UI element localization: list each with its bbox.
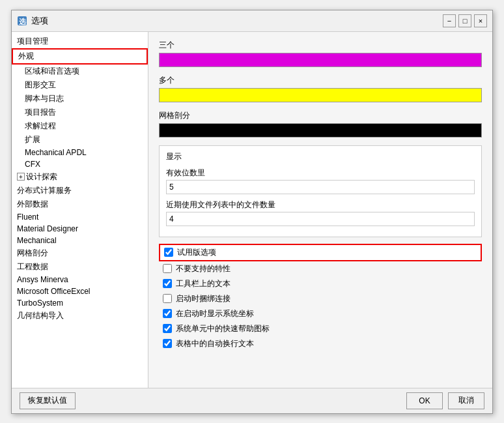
- sidebar-item-turbosystem[interactable]: TurboSystem: [12, 297, 148, 309]
- checkbox-label-1: 试用版选项: [177, 247, 216, 258]
- field-group-2: 近期使用文件列表中的文件数量: [166, 199, 475, 226]
- app-icon: 选: [17, 16, 27, 26]
- checkbox-5[interactable]: [163, 309, 172, 318]
- field-group-1: 有效位数里: [166, 168, 475, 194]
- sidebar-item-solve-process[interactable]: 求解过程: [12, 119, 148, 133]
- checkbox-item-7[interactable]: 表格中的自动换行文本: [159, 336, 482, 351]
- color-label-2: 多个: [159, 75, 482, 86]
- field-label-1: 有效位数里: [166, 168, 475, 179]
- checkbox-4[interactable]: [163, 294, 172, 303]
- footer-left: 恢复默认值: [20, 392, 76, 409]
- field-input-1[interactable]: [166, 180, 475, 194]
- title-bar: 选 选项 − □ ×: [12, 10, 492, 32]
- cancel-button[interactable]: 取消: [448, 392, 484, 409]
- checkbox-item-5[interactable]: 在启动时显示系统坐标: [159, 306, 482, 321]
- checkbox-item-4[interactable]: 启动时捆绑连接: [159, 291, 482, 306]
- field-label-2: 近期使用文件列表中的文件数量: [166, 199, 475, 211]
- color-label-3: 网格剖分: [159, 110, 482, 121]
- svg-text:选: 选: [19, 18, 27, 25]
- checkbox-label-5: 在启动时显示系统坐标: [176, 308, 254, 319]
- sidebar-item-extensions[interactable]: 扩展: [12, 133, 148, 147]
- ok-button[interactable]: OK: [406, 392, 443, 409]
- sidebar-item-project-report[interactable]: 项目报告: [12, 106, 148, 119]
- checkbox-6[interactable]: [163, 324, 172, 333]
- color-bar-section-1: 三个: [159, 40, 482, 67]
- sidebar-item-mechanical-apdl[interactable]: Mechanical APDL: [12, 147, 148, 158]
- field-input-2[interactable]: [166, 212, 475, 226]
- color-bar-1[interactable]: [159, 53, 482, 67]
- sidebar-item-engineering-data[interactable]: 工程数据: [12, 260, 148, 274]
- sidebar-item-mechanical[interactable]: Mechanical: [12, 235, 148, 246]
- checkbox-label-4: 启动时捆绑连接: [176, 293, 231, 304]
- main-window: 选 选项 − □ × 项目管理外观区域和语言选项图形交互脚本与日志项目报告求解过…: [11, 10, 493, 414]
- sidebar-item-graphics-interaction[interactable]: 图形交互: [12, 78, 148, 92]
- checkbox-label-3: 工具栏上的文本: [176, 278, 231, 289]
- window-title: 选项: [31, 15, 48, 27]
- checkbox-1[interactable]: [164, 248, 173, 257]
- sidebar-item-region-language[interactable]: 区域和语言选项: [12, 65, 148, 78]
- sidebar: 项目管理外观区域和语言选项图形交互脚本与日志项目报告求解过程扩展Mechanic…: [12, 32, 148, 388]
- display-section: 显示 有效位数里 近期使用文件列表中的文件数量: [159, 145, 482, 237]
- sidebar-item-project-mgmt[interactable]: 项目管理: [12, 35, 148, 48]
- footer-right: OK 取消: [406, 392, 484, 409]
- checkbox-item-1[interactable]: 试用版选项: [159, 244, 482, 261]
- close-button[interactable]: ×: [474, 14, 487, 27]
- title-buttons: − □ ×: [443, 14, 487, 27]
- restore-defaults-button[interactable]: 恢复默认值: [20, 392, 76, 409]
- color-bar-2[interactable]: [159, 88, 482, 102]
- checkbox-7[interactable]: [163, 339, 172, 348]
- checkbox-label-2: 不要支持的特性: [176, 263, 231, 274]
- color-bar-section-2: 多个: [159, 75, 482, 102]
- checkbox-3[interactable]: [163, 279, 172, 288]
- sidebar-label-design-explore: 设计探索: [26, 171, 57, 182]
- checkbox-item-2[interactable]: 不要支持的特性: [159, 261, 482, 276]
- sidebar-item-external-data[interactable]: 外部数据: [12, 197, 148, 211]
- checkbox-section: 试用版选项 不要支持的特性 工具栏上的文本 启动时捆绑连接 在启动时显示系统坐标: [159, 244, 482, 351]
- display-section-title: 显示: [166, 151, 475, 162]
- sidebar-item-geo-import[interactable]: 几何结构导入: [12, 309, 148, 323]
- minimize-button[interactable]: −: [443, 14, 456, 27]
- color-bar-section-3: 网格剖分: [159, 110, 482, 138]
- footer: 恢复默认值 OK 取消: [12, 388, 492, 413]
- sidebar-item-cfx[interactable]: CFX: [12, 158, 148, 170]
- sidebar-item-appearance[interactable]: 外观: [12, 48, 148, 65]
- restore-button[interactable]: □: [458, 14, 471, 27]
- checkbox-label-6: 系统单元中的快速帮助图标: [176, 323, 270, 334]
- sidebar-item-design-explore[interactable]: +设计探索: [12, 170, 148, 184]
- sidebar-item-fluent[interactable]: Fluent: [12, 211, 148, 223]
- checkbox-label-7: 表格中的自动换行文本: [176, 338, 254, 349]
- checkbox-2[interactable]: [163, 264, 172, 273]
- main-content: 三个 多个 网格剖分 显示 有效位数里 近期使用文件列表中的文件数量: [148, 32, 492, 388]
- sidebar-item-scripts-logs[interactable]: 脚本与日志: [12, 92, 148, 106]
- sidebar-item-ansys-minerva[interactable]: Ansys Minerva: [12, 274, 148, 285]
- checkbox-item-3[interactable]: 工具栏上的文本: [159, 276, 482, 291]
- color-label-1: 三个: [159, 40, 482, 51]
- color-bar-3[interactable]: [159, 123, 482, 138]
- sidebar-item-mesh-refinement[interactable]: 网格剖分: [12, 246, 148, 260]
- sidebar-item-distributed-compute[interactable]: 分布式计算服务: [12, 184, 148, 197]
- sidebar-item-ms-excel[interactable]: Microsoft OfficeExcel: [12, 285, 148, 297]
- title-bar-left: 选 选项: [17, 15, 48, 27]
- expand-icon: +: [17, 173, 25, 181]
- sidebar-item-material-designer[interactable]: Material Designer: [12, 223, 148, 235]
- checkbox-item-6[interactable]: 系统单元中的快速帮助图标: [159, 321, 482, 336]
- window-body: 项目管理外观区域和语言选项图形交互脚本与日志项目报告求解过程扩展Mechanic…: [12, 32, 492, 388]
